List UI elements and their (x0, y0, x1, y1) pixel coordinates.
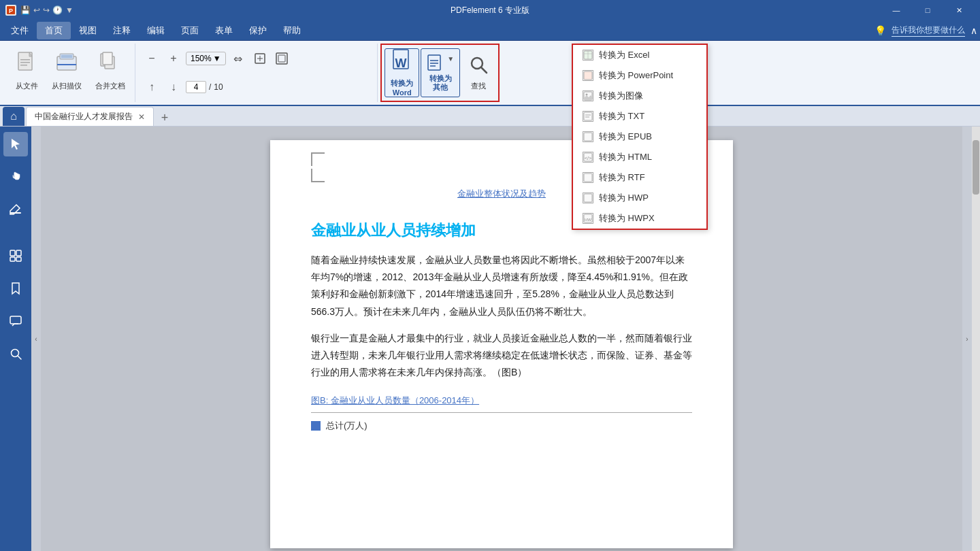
fit-page-button[interactable] (250, 49, 270, 68)
sidebar-hand-button[interactable] (3, 165, 28, 189)
redo-icon[interactable]: ↪ (43, 5, 50, 15)
zoom-out-button[interactable]: − (142, 49, 161, 68)
svg-rect-45 (584, 133, 592, 141)
convert-word-icon: W (391, 48, 413, 78)
sidebar-edit-button[interactable] (3, 197, 28, 222)
merge-doc-label: 合并文档 (95, 82, 125, 90)
menu-page[interactable]: 页面 (173, 22, 207, 39)
left-collapse-handle[interactable]: ‹ (31, 127, 41, 551)
menu-bar-right: 💡 告诉我你想要做什么 ∧ (875, 24, 977, 37)
convert-epub-item[interactable]: 转换为 EPUB (573, 127, 706, 147)
ribbon-collapse-button[interactable]: ∧ (970, 25, 977, 36)
convert-powerpoint-item[interactable]: 转换为 PowerPoint (573, 65, 706, 86)
from-scanner-button[interactable]: 从扫描仪 (46, 46, 87, 95)
convert-hwp-item[interactable]: 转换为 HWP (573, 188, 706, 208)
menu-file[interactable]: 文件 (3, 22, 37, 39)
paragraph-2: 银行业一直是金融人才最集中的行业，就业人员接近金融业总人数的一半，然而随着银行业… (311, 330, 692, 382)
right-collapse-handle[interactable]: › (962, 127, 972, 551)
svg-rect-32 (16, 257, 21, 261)
sidebar-thumbnail-button[interactable] (3, 244, 28, 268)
menu-form[interactable]: 表单 (207, 22, 241, 39)
zoom-level: 150% (191, 54, 212, 63)
chart-divider (311, 412, 692, 413)
total-pages: 10 (214, 82, 223, 92)
fit-width-button[interactable]: ⇔ (229, 49, 248, 68)
svg-text:HW: HW (585, 218, 591, 222)
svg-rect-13 (103, 52, 112, 65)
save-icon[interactable]: 💾 (20, 5, 31, 15)
search-button[interactable]: 查找 (461, 48, 495, 97)
home-tab-button[interactable]: ⌂ (3, 107, 24, 126)
zoom-selector[interactable]: 150% ▼ (186, 52, 226, 65)
merge-doc-icon (99, 51, 121, 80)
hwpx-doc-icon: HW (583, 213, 593, 224)
menu-protect[interactable]: 保护 (241, 22, 275, 39)
prev-page-button[interactable]: ↑ (142, 78, 161, 97)
close-button[interactable]: ✕ (943, 0, 975, 20)
convert-to-other-button[interactable]: ▼ 转换为 其他 (421, 48, 460, 97)
convert-to-word-button[interactable]: W 转换为 Word (385, 48, 419, 97)
svg-text:P: P (9, 7, 13, 14)
convert-excel-label: 转换为 Excel (599, 49, 649, 61)
convert-other-icon-row: ▼ (427, 54, 454, 74)
convert-html-item[interactable]: </> 转换为 HTML (573, 147, 706, 167)
search-icon (468, 54, 489, 80)
convert-rtf-label: 转换为 RTF (599, 171, 645, 184)
document-tab[interactable]: 中国金融行业人才发展报告 ✕ (26, 107, 154, 126)
title-bar-left: P 💾 ↩ ↪ 🕐 ▼ (5, 5, 74, 16)
sidebar-bookmark-button[interactable] (3, 276, 28, 301)
customize-icon[interactable]: ▼ (65, 5, 74, 15)
convert-other-label1: 转换为 (429, 74, 452, 83)
help-search-text[interactable]: 告诉我你想要做什么 (892, 24, 965, 37)
chart-legend-row: 总计(万人) (311, 420, 692, 432)
chart-caption: 图B: 金融业从业人员数量（2006-2014年） (311, 395, 692, 407)
next-page-button[interactable]: ↓ (164, 78, 183, 97)
convert-excel-item[interactable]: 转换为 Excel (573, 45, 706, 65)
menu-help[interactable]: 帮助 (275, 22, 309, 39)
convert-powerpoint-label: 转换为 PowerPoint (599, 69, 673, 82)
sidebar-search-button[interactable] (3, 341, 28, 366)
convert-image-item[interactable]: 转换为图像 (573, 86, 706, 106)
svg-rect-39 (584, 71, 592, 80)
convert-rtf-item[interactable]: 转换为 RTF (573, 167, 706, 188)
maximize-button[interactable]: □ (912, 0, 943, 20)
ribbon-group-convert: W 转换为 Word ▼ 转换为 其他 (380, 44, 500, 102)
app-icon: P (5, 5, 16, 16)
svg-rect-17 (276, 53, 287, 64)
clock-icon[interactable]: 🕐 (52, 5, 63, 15)
from-file-label: 从文件 (16, 82, 38, 90)
svg-rect-42 (584, 112, 592, 120)
current-page-input[interactable] (186, 81, 206, 93)
convert-image-label: 转换为图像 (599, 90, 643, 102)
svg-rect-18 (278, 55, 285, 62)
convert-txt-label: 转换为 TXT (599, 110, 644, 122)
menu-annotate[interactable]: 注释 (105, 22, 139, 39)
menu-home[interactable]: 首页 (37, 22, 71, 39)
ppt-doc-icon (583, 70, 593, 81)
from-scanner-label: 从扫描仪 (52, 82, 82, 90)
undo-icon[interactable]: ↩ (33, 5, 40, 15)
menu-edit[interactable]: 编辑 (139, 22, 173, 39)
scroll-thumb[interactable] (973, 140, 979, 195)
minimize-button[interactable]: — (881, 0, 912, 20)
convert-other-label2: 其他 (433, 83, 448, 92)
from-file-button[interactable]: 从文件 (10, 46, 44, 95)
fullscreen-button[interactable] (272, 49, 291, 68)
search-label: 查找 (471, 81, 486, 91)
tab-close-button[interactable]: ✕ (138, 112, 145, 122)
sidebar-select-button[interactable] (3, 132, 28, 156)
svg-rect-21 (428, 55, 440, 70)
zoom-in-button[interactable]: + (164, 49, 183, 68)
add-tab-button[interactable]: + (157, 110, 173, 126)
quick-access-tools: 💾 ↩ ↪ 🕐 ▼ (20, 5, 74, 15)
svg-rect-49 (584, 194, 592, 202)
convert-hwpx-item[interactable]: HW 转换为 HWPX (573, 208, 706, 229)
paragraph-1: 随着金融业持续快速发展，金融从业人员数量也将因此不断增长。虽然相较于2007年以… (311, 252, 692, 320)
convert-txt-item[interactable]: 转换为 TXT (573, 106, 706, 127)
vertical-scrollbar[interactable] (972, 127, 980, 551)
merge-doc-button[interactable]: 合并文档 (90, 46, 131, 95)
sidebar-comment-button[interactable] (3, 309, 28, 333)
html-doc-icon: </> (583, 152, 593, 163)
window-controls: — □ ✕ (881, 0, 975, 20)
menu-view[interactable]: 视图 (71, 22, 105, 39)
